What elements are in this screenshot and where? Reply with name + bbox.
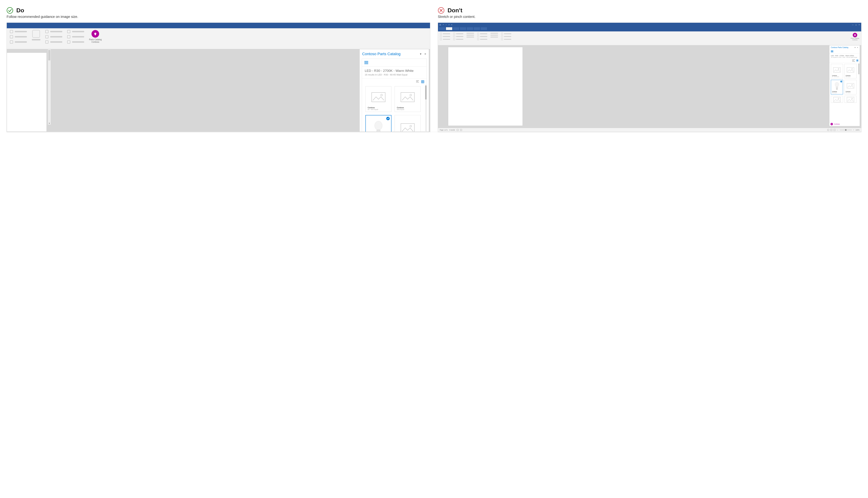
- addin-label-line2: Contoso: [89, 41, 102, 43]
- undo-icon[interactable]: ↶: [443, 24, 444, 26]
- selected-check-icon: [840, 81, 842, 82]
- scroll-down-icon[interactable]: ▼: [48, 122, 51, 124]
- ribbon-tab[interactable]: [481, 27, 487, 30]
- status-words: 0 words: [450, 129, 455, 131]
- product-sub: 85w Equal: [846, 92, 855, 93]
- grid-scrollbar[interactable]: [425, 84, 427, 132]
- image-placeholder-icon: [832, 97, 842, 102]
- task-pane-title: Contoso Parts Catalog: [362, 52, 401, 56]
- product-card-selected[interactable]: [365, 115, 391, 132]
- product-card[interactable]: Contoso 85w Equal: [844, 80, 857, 94]
- scrollbar-thumb[interactable]: [48, 50, 50, 61]
- breadcrumb-main: LED - R30 - 2700K - Warm White: [365, 69, 424, 73]
- breadcrumb-sub: 16 results in LED - R30 - 60-65 Watt Equ…: [831, 56, 858, 58]
- bulb-thumbnail: [832, 81, 842, 91]
- view-mode-icon[interactable]: [834, 129, 835, 131]
- dont-screenshot: ▤ ↶ • ↺ ▾ — ◻ ✕: [438, 23, 861, 132]
- redo-icon[interactable]: ↺: [448, 24, 450, 26]
- view-mode-icon[interactable]: [827, 129, 829, 131]
- do-column: Do Follow recommended guidance on image …: [7, 7, 430, 132]
- zoom-in-icon[interactable]: +: [853, 129, 854, 131]
- pane-footer-brand: C Contoso: [830, 123, 840, 125]
- product-card[interactable]: [844, 96, 857, 103]
- ribbon-tab-active[interactable]: [446, 27, 452, 30]
- ribbon-tab[interactable]: [453, 27, 459, 30]
- status-bar: Page 1 of 1 0 words — + 100%: [438, 128, 861, 132]
- maximize-icon[interactable]: ◻: [855, 24, 857, 26]
- product-sub: 60 - 65w Equal: [368, 109, 389, 110]
- product-brand: Contoso: [832, 91, 842, 92]
- product-sub: 85w Equal: [397, 109, 418, 110]
- product-card[interactable]: Contoso 85w Equal: [394, 86, 420, 112]
- task-pane: Contoso Parts Catalog ▼ ✕ LED - R: [360, 49, 429, 132]
- product-card[interactable]: Contoso 85w Equal: [844, 64, 857, 78]
- image-placeholder-icon: [397, 117, 418, 132]
- zoom-out-icon[interactable]: —: [837, 129, 838, 131]
- document-canvas: ▲ ▼ Contoso Parts Catalog ▼ ✕: [7, 49, 430, 132]
- zoom-level: 100%: [855, 129, 859, 131]
- ribbon: Parts Catalog Contoso: [7, 28, 430, 49]
- ribbon-tab[interactable]: [460, 27, 466, 30]
- list-view-icon[interactable]: [852, 60, 855, 62]
- do-dont-figure: Do Follow recommended guidance on image …: [7, 7, 861, 132]
- grid-view-icon[interactable]: [856, 60, 858, 62]
- product-card[interactable]: [831, 96, 843, 103]
- product-brand: Contoso: [397, 107, 418, 109]
- image-placeholder-icon: [846, 97, 855, 102]
- close-window-icon[interactable]: ✕: [858, 24, 860, 26]
- do-screenshot: Parts Catalog Contoso ▲ ▼ Contoso Parts …: [7, 23, 430, 132]
- view-mode-icon[interactable]: [830, 129, 832, 131]
- dont-heading-row: Don't: [438, 7, 861, 14]
- pane-menu-icon[interactable]: ▼: [854, 47, 856, 49]
- image-placeholder-icon: [846, 65, 855, 75]
- product-card[interactable]: [394, 115, 420, 132]
- dont-caption: Stretch or pinch content.: [438, 15, 861, 19]
- grid-view-icon[interactable]: [421, 80, 424, 83]
- product-brand: Contoso: [846, 91, 855, 92]
- product-brand: Contoso: [832, 75, 842, 76]
- product-card[interactable]: Contoso 60 - 65w Equal: [365, 86, 391, 112]
- document-page[interactable]: [448, 47, 523, 126]
- app-icon: ▤: [439, 24, 441, 26]
- vertical-scrollbar[interactable]: ▲ ▼: [48, 49, 51, 125]
- list-view-icon[interactable]: [416, 80, 419, 83]
- pane-close-icon[interactable]: ✕: [424, 53, 426, 55]
- dont-heading: Don't: [448, 7, 463, 14]
- addin-label-line1: Parts Catalog: [89, 38, 102, 41]
- pane-card: LED - R30 - 2700K - Warm White 16 result…: [362, 58, 427, 132]
- ribbon-tab[interactable]: [439, 27, 445, 30]
- product-card[interactable]: Contoso 60 - 65w Equal: [831, 64, 843, 78]
- hamburger-icon[interactable]: [364, 61, 368, 64]
- pane-menu-icon[interactable]: ▼: [419, 53, 422, 55]
- product-sub: 60 - 65w Equal: [832, 76, 842, 77]
- addin-ribbon-button[interactable]: Parts Catalog Contoso: [851, 33, 859, 45]
- bulb-thumbnail: [368, 117, 389, 132]
- zoom-slider[interactable]: [840, 130, 852, 130]
- ribbon: Parts Catalog Contoso: [438, 31, 861, 45]
- addin-ribbon-button[interactable]: Parts Catalog Contoso: [89, 30, 102, 43]
- addin-label-line2: Contoso: [851, 39, 859, 41]
- status-icon[interactable]: [457, 129, 458, 131]
- do-heading: Do: [16, 7, 24, 14]
- pane-close-icon[interactable]: ✕: [857, 47, 858, 49]
- image-placeholder-icon: [846, 81, 855, 91]
- grid-scrollbar[interactable]: [858, 64, 859, 74]
- lightbulb-icon: [91, 30, 99, 38]
- lightbulb-icon: [853, 33, 857, 37]
- task-pane: Contoso Parts Catalog ▼ ✕ LED - R30 - 27…: [829, 45, 860, 126]
- breadcrumb-sub: 16 results in LED - R30 - 60-65 Watt Equ…: [365, 74, 424, 76]
- document-page[interactable]: [7, 53, 47, 132]
- ribbon-tab[interactable]: [467, 27, 473, 30]
- image-placeholder-icon: [368, 89, 389, 106]
- brand-name: Contoso: [834, 123, 840, 125]
- minimize-icon[interactable]: —: [852, 24, 854, 26]
- product-sub: 85w Equal: [846, 76, 855, 77]
- ribbon-tab[interactable]: [474, 27, 480, 30]
- hamburger-icon[interactable]: [831, 51, 858, 52]
- product-card-selected[interactable]: Contoso 65w Equal: [831, 80, 843, 94]
- image-placeholder-icon: [832, 65, 842, 75]
- product-brand: Contoso: [368, 107, 389, 109]
- product-sub: 65w Equal: [832, 92, 842, 93]
- status-icon[interactable]: [460, 129, 462, 131]
- status-page: Page 1 of 1: [440, 129, 448, 131]
